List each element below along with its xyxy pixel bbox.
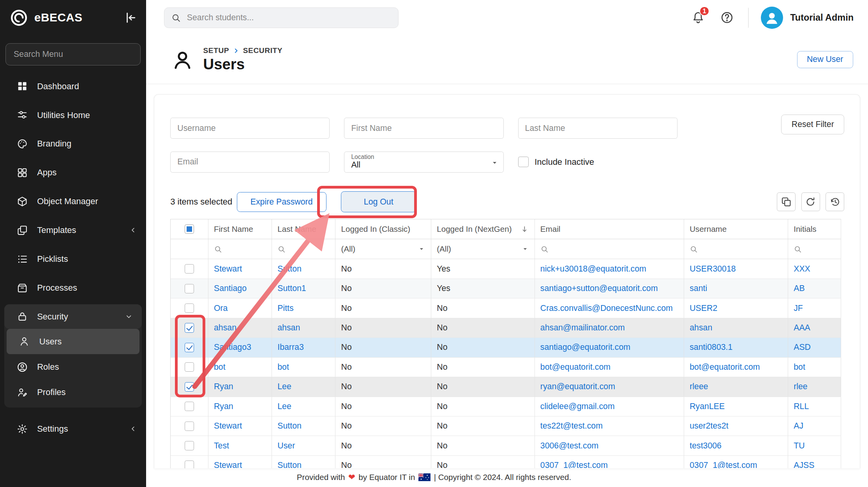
row-checkbox-cell[interactable] [171, 279, 208, 298]
filter-cell-first-name[interactable] [208, 239, 272, 259]
select-all-checkbox[interactable] [171, 219, 208, 239]
row-checkbox-cell[interactable] [171, 436, 208, 455]
user-avatar[interactable] [761, 7, 783, 29]
cell-value: Yes [437, 284, 450, 293]
row-checkbox-cell[interactable] [171, 338, 208, 357]
row-checkbox[interactable] [185, 303, 194, 313]
expire-password-button[interactable]: Expire Password [237, 192, 326, 212]
table-row[interactable]: RyanLeeNoNoryan@equatorit.comrleeerlee [171, 377, 841, 397]
filter-cell-initials[interactable] [788, 239, 841, 259]
row-checkbox-cell[interactable] [171, 377, 208, 396]
row-checkbox-cell[interactable] [171, 397, 208, 416]
help-button[interactable] [720, 11, 734, 24]
breadcrumb-setup[interactable]: SETUP [203, 46, 229, 55]
column-header-logged-in-classic-[interactable]: Logged In (Classic) [335, 219, 431, 239]
reset-filter-button[interactable]: Reset Filter [781, 115, 844, 134]
cell-value: santi0803.1 [690, 342, 732, 352]
column-header-logged-in-nextgen-[interactable]: Logged In (NextGen) [431, 219, 535, 239]
sidebar-item-users[interactable]: Users [7, 329, 139, 354]
table-row[interactable]: RyanLeeNoNoclidelee@gmail.comRyanLEERLL [171, 397, 841, 416]
first-name-filter-input[interactable] [344, 118, 503, 139]
table-row[interactable]: botbotNoNobot@equatorit.combot@equatorit… [171, 358, 841, 377]
row-checkbox[interactable] [185, 441, 194, 450]
sidebar-item-picklists[interactable]: Picklists [0, 245, 146, 273]
cell-value: No [437, 342, 447, 352]
sidebar-item-utilities-home[interactable]: Utilities Home [0, 101, 146, 130]
column-header-initials[interactable]: Initials [788, 219, 841, 239]
student-search[interactable] [164, 7, 399, 28]
last-name-filter-input[interactable] [518, 118, 677, 139]
table-row[interactable]: OraPittsNoNoCras.convallis@DonecestNunc.… [171, 298, 841, 318]
filter-cell-email[interactable] [535, 239, 684, 259]
export-copy-button[interactable] [777, 192, 796, 211]
row-checkbox[interactable] [185, 422, 194, 431]
email-filter-input[interactable] [170, 152, 330, 173]
table-row[interactable]: StewartSuttonNoNo0307_1@test.com0307_1@t… [171, 456, 841, 468]
page-title: Users [203, 56, 282, 72]
apps-icon [17, 167, 28, 178]
sidebar-search-input[interactable] [5, 43, 141, 65]
sidebar-item-label: Users [39, 337, 62, 347]
table-row[interactable]: StewartSuttonNoYesnick+u30018@equatorit.… [171, 259, 841, 279]
row-checkbox[interactable] [185, 382, 194, 392]
row-checkbox-cell[interactable] [171, 456, 208, 468]
sidebar-item-object-manager[interactable]: Object Manager [0, 187, 146, 216]
notifications-button[interactable]: 1 [692, 11, 705, 24]
sidebar-item-templates[interactable]: Templates [0, 216, 146, 245]
username-filter-input[interactable] [170, 118, 330, 139]
filter-cell-last-name[interactable] [272, 239, 335, 259]
column-header-email[interactable]: Email [535, 219, 684, 239]
table-row[interactable]: SantiagoSutton1NoYessantiago+sutton@equa… [171, 279, 841, 298]
column-header-last-name[interactable]: Last Name [272, 219, 335, 239]
sidebar-item-branding[interactable]: Branding [0, 129, 146, 158]
include-inactive-checkbox[interactable] [518, 157, 529, 167]
sidebar-item-profiles[interactable]: Profiles [4, 380, 141, 405]
sidebar-item-settings[interactable]: Settings [0, 416, 146, 441]
filter-cell-logged-in-nextgen-[interactable]: (All) [431, 239, 535, 259]
cell-value: ahsan [214, 323, 236, 333]
select-all-checkbox-box[interactable] [185, 224, 194, 234]
table-row[interactable]: ahsanahsanNoNoahsan@mailinator.comahsanA… [171, 318, 841, 338]
filter-cell-logged-in-classic-[interactable]: (All) [335, 239, 431, 259]
row-checkbox-cell[interactable] [171, 259, 208, 278]
sidebar-item-processes[interactable]: Processes [0, 273, 146, 302]
row-checkbox[interactable] [185, 323, 194, 332]
row-checkbox-cell[interactable] [171, 358, 208, 377]
row-checkbox[interactable] [185, 402, 194, 411]
table-row[interactable]: StewartSuttonNoNotes22t@test.comuser2tes… [171, 416, 841, 436]
sidebar-item-roles[interactable]: Roles [4, 354, 141, 379]
row-checkbox-cell[interactable] [171, 318, 208, 337]
row-checkbox[interactable] [185, 461, 194, 468]
profiles-icon [17, 387, 28, 398]
column-header-username[interactable]: Username [684, 219, 788, 239]
table-row[interactable]: Santiago3Ibarra3NoNosantiago@equatorit.c… [171, 338, 841, 357]
sidebar-collapse-icon[interactable] [123, 11, 137, 25]
row-checkbox[interactable] [185, 284, 194, 293]
new-user-button[interactable]: New User [797, 51, 853, 68]
row-checkbox[interactable] [185, 362, 194, 372]
row-checkbox-cell[interactable] [171, 416, 208, 436]
sidebar-item-label: Apps [37, 168, 56, 178]
student-search-input[interactable] [186, 12, 392, 23]
user-name[interactable]: Tutorial Admin [790, 12, 854, 23]
location-select[interactable]: Location All [344, 152, 503, 173]
refresh-button[interactable] [801, 192, 820, 211]
cell-value: user2tes2t [690, 421, 728, 431]
row-checkbox[interactable] [185, 264, 194, 273]
breadcrumb-security[interactable]: SECURITY [243, 46, 282, 55]
filter-cell-username[interactable] [684, 239, 788, 259]
row-checkbox-cell[interactable] [171, 298, 208, 318]
sidebar-item-apps[interactable]: Apps [0, 158, 146, 187]
row-checkbox[interactable] [185, 343, 194, 352]
include-inactive-toggle[interactable]: Include Inactive [518, 152, 595, 173]
cell-initials: JF [788, 298, 841, 318]
column-header-label: Username [690, 224, 727, 234]
log-out-button[interactable]: Log Out [341, 191, 416, 212]
cell-last-name: bot [272, 358, 335, 377]
branding-icon [17, 138, 28, 149]
table-row[interactable]: TestUserNoNo3006@test.comtest3006TU [171, 436, 841, 455]
sidebar-item-dashboard[interactable]: Dashboard [0, 72, 146, 101]
column-header-first-name[interactable]: First Name [208, 219, 272, 239]
sidebar-item-security[interactable]: Security [4, 304, 141, 329]
history-restore-button[interactable] [826, 192, 844, 211]
